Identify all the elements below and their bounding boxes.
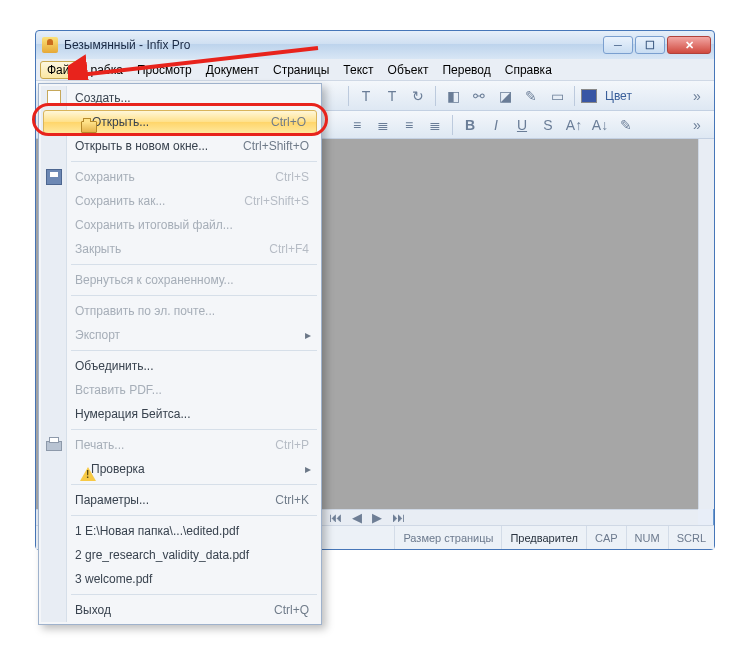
separator — [71, 295, 317, 296]
menu-recent-1[interactable]: 1 E:\Новая папка\...\edited.pdf — [41, 519, 319, 543]
underline-icon[interactable]: U — [511, 114, 533, 136]
menu-bates[interactable]: Нумерация Бейтса... — [41, 402, 319, 426]
save-icon — [46, 169, 62, 185]
warning-icon — [80, 467, 96, 481]
prev-page-icon[interactable]: ◀ — [352, 510, 362, 525]
separator — [435, 86, 436, 106]
italic-icon[interactable]: I — [485, 114, 507, 136]
bold-icon[interactable]: B — [459, 114, 481, 136]
separator — [71, 264, 317, 265]
last-page-icon[interactable]: ⏭ — [392, 510, 405, 525]
menu-open-new-window[interactable]: Открыть в новом окне... Ctrl+Shift+O — [41, 134, 319, 158]
separator — [71, 161, 317, 162]
first-page-icon[interactable]: ⏮ — [329, 510, 342, 525]
redact-icon[interactable]: ▭ — [546, 85, 568, 107]
status-page-size: Размер страницы — [394, 526, 501, 549]
menu-help[interactable]: Справка — [498, 61, 559, 79]
align-justify-icon[interactable]: ≣ — [424, 114, 446, 136]
menu-object[interactable]: Объект — [381, 61, 436, 79]
status-num: NUM — [626, 526, 668, 549]
separator — [71, 429, 317, 430]
strike-icon[interactable]: S — [537, 114, 559, 136]
separator — [452, 115, 453, 135]
menu-create[interactable]: Создать... — [41, 86, 319, 110]
menu-print: Печать... Ctrl+P — [41, 433, 319, 457]
crop-icon[interactable]: ◧ — [442, 85, 464, 107]
align-left-icon[interactable]: ≡ — [346, 114, 368, 136]
menu-open[interactable]: Открыть... Ctrl+O — [43, 110, 317, 134]
menu-save-final: Сохранить итоговый файл... — [41, 213, 319, 237]
separator — [574, 86, 575, 106]
open-folder-icon — [81, 121, 97, 133]
link-icon[interactable]: ⚯ — [468, 85, 490, 107]
menu-send-email: Отправить по эл. почте... — [41, 299, 319, 323]
vertical-scrollbar[interactable] — [698, 139, 714, 509]
menu-translate[interactable]: Перевод — [435, 61, 497, 79]
printer-icon — [46, 437, 62, 453]
menu-export: Экспорт — [41, 323, 319, 347]
menu-insert-pdf: Вставить PDF... — [41, 378, 319, 402]
menu-merge[interactable]: Объединить... — [41, 354, 319, 378]
file-menu-dropdown: Создать... Открыть... Ctrl+O Открыть в н… — [38, 83, 322, 625]
menu-bar: Файл рабка Просмотр Документ Страницы Те… — [36, 59, 714, 81]
rotate-text-icon[interactable]: ↻ — [407, 85, 429, 107]
app-icon — [42, 37, 58, 53]
align-right-icon[interactable]: ≡ — [398, 114, 420, 136]
menu-document[interactable]: Документ — [199, 61, 266, 79]
menu-file[interactable]: Файл — [40, 61, 84, 79]
text-plus-tool-icon[interactable]: T — [381, 85, 403, 107]
separator — [71, 350, 317, 351]
status-preview[interactable]: Предварител — [501, 526, 586, 549]
eyedropper-icon[interactable]: ✎ — [520, 85, 542, 107]
separator — [71, 594, 317, 595]
menu-exit[interactable]: Выход Ctrl+Q — [41, 598, 319, 622]
menu-save: Сохранить Ctrl+S — [41, 165, 319, 189]
menu-recent-2[interactable]: 2 gre_research_validity_data.pdf — [41, 543, 319, 567]
window-title: Безымянный - Infix Pro — [64, 38, 190, 52]
status-scrl: SCRL — [668, 526, 714, 549]
menu-revert: Вернуться к сохраненному... — [41, 268, 319, 292]
overflow-icon[interactable]: » — [686, 114, 708, 136]
status-cap: CAP — [586, 526, 626, 549]
separator — [71, 484, 317, 485]
align-center-icon[interactable]: ≣ — [372, 114, 394, 136]
next-page-icon[interactable]: ▶ — [372, 510, 382, 525]
text-tool-icon[interactable]: T — [355, 85, 377, 107]
title-bar: Безымянный - Infix Pro ─ ☐ ✕ — [36, 31, 714, 59]
highlighter-icon[interactable]: ✎ — [615, 114, 637, 136]
minimize-button[interactable]: ─ — [603, 36, 633, 54]
separator — [71, 515, 317, 516]
overflow-icon[interactable]: » — [686, 85, 708, 107]
menu-view[interactable]: Просмотр — [130, 61, 199, 79]
menu-text[interactable]: Текст — [336, 61, 380, 79]
color-swatch[interactable] — [581, 89, 597, 103]
subscript-icon[interactable]: A↓ — [589, 114, 611, 136]
menu-recent-3[interactable]: 3 welcome.pdf — [41, 567, 319, 591]
maximize-button[interactable]: ☐ — [635, 36, 665, 54]
separator — [348, 86, 349, 106]
menu-preferences[interactable]: Параметры... Ctrl+K — [41, 488, 319, 512]
superscript-icon[interactable]: A↑ — [563, 114, 585, 136]
menu-edit[interactable]: рабка — [84, 61, 130, 79]
color-label[interactable]: Цвет — [605, 89, 632, 103]
menu-pages[interactable]: Страницы — [266, 61, 336, 79]
menu-close: Закрыть Ctrl+F4 — [41, 237, 319, 261]
camera-icon[interactable]: ◪ — [494, 85, 516, 107]
menu-check[interactable]: Проверка — [41, 457, 319, 481]
menu-save-as: Сохранить как... Ctrl+Shift+S — [41, 189, 319, 213]
close-button[interactable]: ✕ — [667, 36, 711, 54]
new-file-icon — [46, 90, 62, 106]
